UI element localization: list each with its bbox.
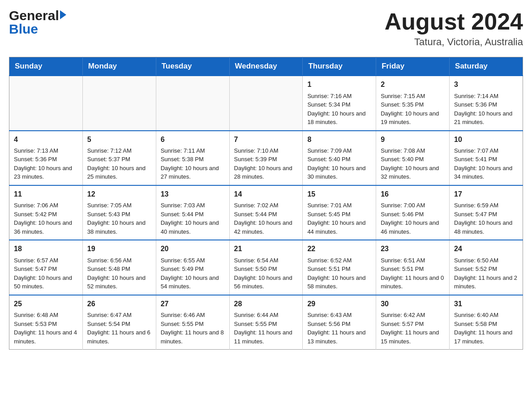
day-info: Sunrise: 7:09 AM Sunset: 5:40 PM Dayligh…: [307, 146, 371, 181]
day-number: 5: [87, 135, 151, 145]
location-title: Tatura, Victoria, Australia: [385, 36, 523, 48]
logo-arrow-icon: [60, 10, 66, 19]
month-title: August 2024: [385, 9, 523, 34]
day-number: 28: [234, 299, 298, 309]
day-number: 2: [381, 80, 445, 90]
day-number: 30: [381, 299, 445, 309]
day-info: Sunrise: 7:00 AM Sunset: 5:46 PM Dayligh…: [381, 201, 445, 236]
calendar-day-cell: 30Sunrise: 6:42 AM Sunset: 5:57 PM Dayli…: [376, 295, 450, 350]
calendar-day-cell: 15Sunrise: 7:01 AM Sunset: 5:45 PM Dayli…: [303, 185, 376, 240]
day-info: Sunrise: 7:12 AM Sunset: 5:37 PM Dayligh…: [87, 146, 151, 181]
calendar-day-cell: 9Sunrise: 7:08 AM Sunset: 5:40 PM Daylig…: [376, 131, 450, 185]
calendar-day-cell: 13Sunrise: 7:03 AM Sunset: 5:44 PM Dayli…: [156, 185, 229, 240]
page-header: General Blue August 2024 Tatura, Victori…: [9, 9, 523, 48]
calendar-week-row: 4Sunrise: 7:13 AM Sunset: 5:36 PM Daylig…: [9, 131, 523, 185]
day-number: 29: [307, 299, 371, 309]
calendar-day-cell: 19Sunrise: 6:56 AM Sunset: 5:48 PM Dayli…: [82, 240, 156, 295]
calendar-day-cell: 7Sunrise: 7:10 AM Sunset: 5:39 PM Daylig…: [229, 131, 303, 185]
day-number: 26: [87, 299, 151, 309]
calendar-day-cell: 20Sunrise: 6:55 AM Sunset: 5:49 PM Dayli…: [156, 240, 229, 295]
day-number: 10: [454, 135, 518, 145]
calendar-day-cell: 3Sunrise: 7:14 AM Sunset: 5:36 PM Daylig…: [450, 76, 523, 130]
calendar-day-cell: 1Sunrise: 7:16 AM Sunset: 5:34 PM Daylig…: [303, 76, 376, 130]
day-info: Sunrise: 6:59 AM Sunset: 5:47 PM Dayligh…: [454, 201, 518, 236]
calendar-day-cell: 5Sunrise: 7:12 AM Sunset: 5:37 PM Daylig…: [82, 131, 156, 185]
calendar-day-cell: 10Sunrise: 7:07 AM Sunset: 5:41 PM Dayli…: [450, 131, 523, 185]
calendar-week-row: 18Sunrise: 6:57 AM Sunset: 5:47 PM Dayli…: [9, 240, 523, 295]
calendar-header-cell: Friday: [376, 57, 450, 76]
calendar-day-cell: 17Sunrise: 6:59 AM Sunset: 5:47 PM Dayli…: [450, 185, 523, 240]
day-number: 17: [454, 189, 518, 199]
calendar-header-cell: Saturday: [450, 57, 523, 76]
day-info: Sunrise: 6:43 AM Sunset: 5:56 PM Dayligh…: [307, 311, 371, 346]
day-number: 8: [307, 135, 371, 145]
calendar-day-cell: 21Sunrise: 6:54 AM Sunset: 5:50 PM Dayli…: [229, 240, 303, 295]
calendar-day-cell: [82, 76, 156, 130]
day-number: 22: [307, 244, 371, 254]
day-info: Sunrise: 6:40 AM Sunset: 5:58 PM Dayligh…: [454, 311, 518, 346]
day-number: 15: [307, 189, 371, 199]
calendar-header-cell: Sunday: [9, 57, 83, 76]
day-info: Sunrise: 6:55 AM Sunset: 5:49 PM Dayligh…: [161, 256, 225, 291]
day-info: Sunrise: 6:57 AM Sunset: 5:47 PM Dayligh…: [14, 256, 78, 291]
calendar-day-cell: 6Sunrise: 7:11 AM Sunset: 5:38 PM Daylig…: [156, 131, 229, 185]
day-number: 31: [454, 299, 518, 309]
calendar-day-cell: 23Sunrise: 6:51 AM Sunset: 5:51 PM Dayli…: [376, 240, 450, 295]
day-number: 25: [14, 299, 78, 309]
calendar-week-row: 1Sunrise: 7:16 AM Sunset: 5:34 PM Daylig…: [9, 76, 523, 130]
calendar-day-cell: 26Sunrise: 6:47 AM Sunset: 5:54 PM Dayli…: [82, 295, 156, 350]
day-info: Sunrise: 6:51 AM Sunset: 5:51 PM Dayligh…: [381, 256, 445, 291]
day-number: 1: [307, 80, 371, 90]
day-info: Sunrise: 7:13 AM Sunset: 5:36 PM Dayligh…: [14, 146, 78, 181]
day-number: 23: [381, 244, 445, 254]
day-info: Sunrise: 7:07 AM Sunset: 5:41 PM Dayligh…: [454, 146, 518, 181]
day-number: 19: [87, 244, 151, 254]
day-number: 24: [454, 244, 518, 254]
day-info: Sunrise: 6:44 AM Sunset: 5:55 PM Dayligh…: [234, 311, 298, 346]
day-number: 7: [234, 135, 298, 145]
calendar-header-row: SundayMondayTuesdayWednesdayThursdayFrid…: [9, 57, 523, 76]
calendar-day-cell: 27Sunrise: 6:46 AM Sunset: 5:55 PM Dayli…: [156, 295, 229, 350]
day-info: Sunrise: 7:01 AM Sunset: 5:45 PM Dayligh…: [307, 201, 371, 236]
day-number: 27: [161, 299, 225, 309]
day-info: Sunrise: 6:52 AM Sunset: 5:51 PM Dayligh…: [307, 256, 371, 291]
calendar-day-cell: 28Sunrise: 6:44 AM Sunset: 5:55 PM Dayli…: [229, 295, 303, 350]
day-number: 11: [14, 189, 78, 199]
calendar-week-row: 11Sunrise: 7:06 AM Sunset: 5:42 PM Dayli…: [9, 185, 523, 240]
day-number: 4: [14, 135, 78, 145]
calendar-header-cell: Tuesday: [156, 57, 229, 76]
calendar-header: SundayMondayTuesdayWednesdayThursdayFrid…: [9, 57, 523, 76]
day-info: Sunrise: 7:10 AM Sunset: 5:39 PM Dayligh…: [234, 146, 298, 181]
day-number: 21: [234, 244, 298, 254]
day-number: 20: [161, 244, 225, 254]
calendar-day-cell: 12Sunrise: 7:05 AM Sunset: 5:43 PM Dayli…: [82, 185, 156, 240]
calendar-day-cell: 8Sunrise: 7:09 AM Sunset: 5:40 PM Daylig…: [303, 131, 376, 185]
day-number: 9: [381, 135, 445, 145]
calendar-table: SundayMondayTuesdayWednesdayThursdayFrid…: [9, 57, 523, 350]
calendar-day-cell: 2Sunrise: 7:15 AM Sunset: 5:35 PM Daylig…: [376, 76, 450, 130]
day-number: 6: [161, 135, 225, 145]
day-info: Sunrise: 7:15 AM Sunset: 5:35 PM Dayligh…: [381, 92, 445, 127]
calendar-day-cell: 11Sunrise: 7:06 AM Sunset: 5:42 PM Dayli…: [9, 185, 83, 240]
day-number: 12: [87, 189, 151, 199]
calendar-day-cell: [9, 76, 83, 130]
calendar-header-cell: Wednesday: [229, 57, 303, 76]
calendar-day-cell: 24Sunrise: 6:50 AM Sunset: 5:52 PM Dayli…: [450, 240, 523, 295]
day-number: 13: [161, 189, 225, 199]
calendar-day-cell: [156, 76, 229, 130]
day-info: Sunrise: 6:50 AM Sunset: 5:52 PM Dayligh…: [454, 256, 518, 291]
calendar-body: 1Sunrise: 7:16 AM Sunset: 5:34 PM Daylig…: [9, 76, 523, 349]
calendar-day-cell: 14Sunrise: 7:02 AM Sunset: 5:44 PM Dayli…: [229, 185, 303, 240]
calendar-day-cell: 25Sunrise: 6:48 AM Sunset: 5:53 PM Dayli…: [9, 295, 83, 350]
calendar-day-cell: 29Sunrise: 6:43 AM Sunset: 5:56 PM Dayli…: [303, 295, 376, 350]
day-info: Sunrise: 7:06 AM Sunset: 5:42 PM Dayligh…: [14, 201, 78, 236]
day-number: 3: [454, 80, 518, 90]
calendar-day-cell: 16Sunrise: 7:00 AM Sunset: 5:46 PM Dayli…: [376, 185, 450, 240]
logo-general-text: General: [9, 9, 59, 22]
day-info: Sunrise: 6:46 AM Sunset: 5:55 PM Dayligh…: [161, 311, 225, 346]
day-info: Sunrise: 6:48 AM Sunset: 5:53 PM Dayligh…: [14, 311, 78, 346]
logo: General Blue: [9, 9, 66, 36]
title-section: August 2024 Tatura, Victoria, Australia: [385, 9, 523, 48]
day-number: 18: [14, 244, 78, 254]
calendar-header-cell: Monday: [82, 57, 156, 76]
